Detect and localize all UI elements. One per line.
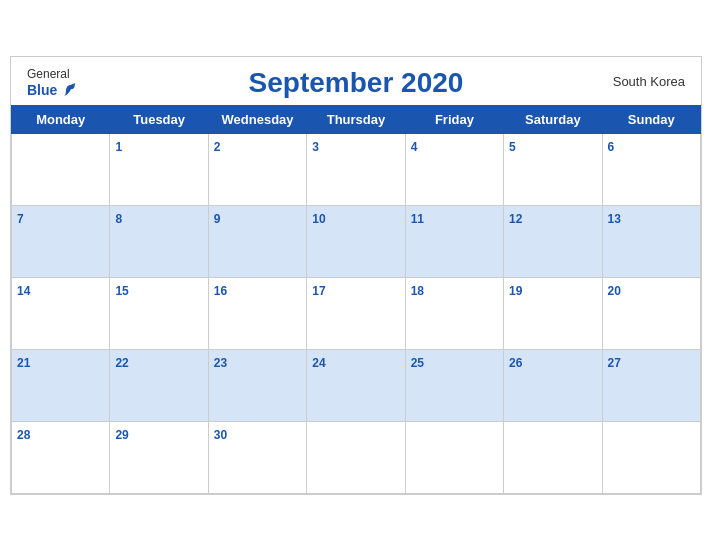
calendar-cell: 19 xyxy=(504,277,602,349)
calendar-week-row: 282930 xyxy=(12,421,701,493)
day-number: 10 xyxy=(312,212,325,226)
header-friday: Friday xyxy=(405,105,503,133)
calendar-cell: 12 xyxy=(504,205,602,277)
day-number: 14 xyxy=(17,284,30,298)
calendar-cell: 17 xyxy=(307,277,405,349)
calendar-title: September 2020 xyxy=(249,67,464,99)
calendar-cell: 24 xyxy=(307,349,405,421)
calendar-cell: 6 xyxy=(602,133,700,205)
calendar-cell: 22 xyxy=(110,349,208,421)
calendar-cell: 4 xyxy=(405,133,503,205)
calendar-container: General Blue September 2020 South Korea … xyxy=(10,56,702,495)
header-monday: Monday xyxy=(12,105,110,133)
calendar-cell xyxy=(602,421,700,493)
calendar-cell xyxy=(12,133,110,205)
day-number: 25 xyxy=(411,356,424,370)
day-number: 5 xyxy=(509,140,516,154)
day-number: 29 xyxy=(115,428,128,442)
country-label: South Korea xyxy=(613,73,685,88)
day-number: 20 xyxy=(608,284,621,298)
header-thursday: Thursday xyxy=(307,105,405,133)
calendar-cell: 13 xyxy=(602,205,700,277)
calendar-cell: 5 xyxy=(504,133,602,205)
day-number: 4 xyxy=(411,140,418,154)
day-number: 9 xyxy=(214,212,221,226)
day-number: 13 xyxy=(608,212,621,226)
day-number: 16 xyxy=(214,284,227,298)
header-tuesday: Tuesday xyxy=(110,105,208,133)
weekday-header-row: Monday Tuesday Wednesday Thursday Friday… xyxy=(12,105,701,133)
calendar-cell: 10 xyxy=(307,205,405,277)
day-number: 24 xyxy=(312,356,325,370)
header-wednesday: Wednesday xyxy=(208,105,306,133)
day-number: 11 xyxy=(411,212,424,226)
day-number: 8 xyxy=(115,212,122,226)
calendar-cell: 29 xyxy=(110,421,208,493)
logo-bird-icon xyxy=(59,81,77,99)
calendar-cell: 27 xyxy=(602,349,700,421)
calendar-cell: 7 xyxy=(12,205,110,277)
header-sunday: Sunday xyxy=(602,105,700,133)
calendar-cell: 9 xyxy=(208,205,306,277)
calendar-cell: 11 xyxy=(405,205,503,277)
day-number: 30 xyxy=(214,428,227,442)
calendar-header: General Blue September 2020 South Korea xyxy=(11,57,701,105)
calendar-cell: 23 xyxy=(208,349,306,421)
day-number: 15 xyxy=(115,284,128,298)
calendar-cell xyxy=(307,421,405,493)
calendar-grid: Monday Tuesday Wednesday Thursday Friday… xyxy=(11,105,701,494)
calendar-cell: 14 xyxy=(12,277,110,349)
day-number: 27 xyxy=(608,356,621,370)
day-number: 6 xyxy=(608,140,615,154)
calendar-week-row: 21222324252627 xyxy=(12,349,701,421)
calendar-week-row: 123456 xyxy=(12,133,701,205)
day-number: 7 xyxy=(17,212,24,226)
calendar-cell: 15 xyxy=(110,277,208,349)
day-number: 21 xyxy=(17,356,30,370)
calendar-cell xyxy=(405,421,503,493)
day-number: 28 xyxy=(17,428,30,442)
calendar-cell: 30 xyxy=(208,421,306,493)
calendar-cell: 18 xyxy=(405,277,503,349)
calendar-cell: 2 xyxy=(208,133,306,205)
day-number: 23 xyxy=(214,356,227,370)
calendar-cell: 16 xyxy=(208,277,306,349)
calendar-cell: 25 xyxy=(405,349,503,421)
calendar-cell: 28 xyxy=(12,421,110,493)
calendar-cell: 8 xyxy=(110,205,208,277)
calendar-cell xyxy=(504,421,602,493)
calendar-cell: 1 xyxy=(110,133,208,205)
calendar-cell: 20 xyxy=(602,277,700,349)
day-number: 26 xyxy=(509,356,522,370)
calendar-week-row: 78910111213 xyxy=(12,205,701,277)
day-number: 12 xyxy=(509,212,522,226)
calendar-cell: 26 xyxy=(504,349,602,421)
day-number: 17 xyxy=(312,284,325,298)
logo: General Blue xyxy=(27,67,77,99)
calendar-week-row: 14151617181920 xyxy=(12,277,701,349)
day-number: 22 xyxy=(115,356,128,370)
day-number: 19 xyxy=(509,284,522,298)
header-saturday: Saturday xyxy=(504,105,602,133)
calendar-cell: 3 xyxy=(307,133,405,205)
day-number: 3 xyxy=(312,140,319,154)
day-number: 2 xyxy=(214,140,221,154)
day-number: 1 xyxy=(115,140,122,154)
logo-general-text: General xyxy=(27,67,70,81)
day-number: 18 xyxy=(411,284,424,298)
logo-blue-text: Blue xyxy=(27,82,57,98)
calendar-cell: 21 xyxy=(12,349,110,421)
